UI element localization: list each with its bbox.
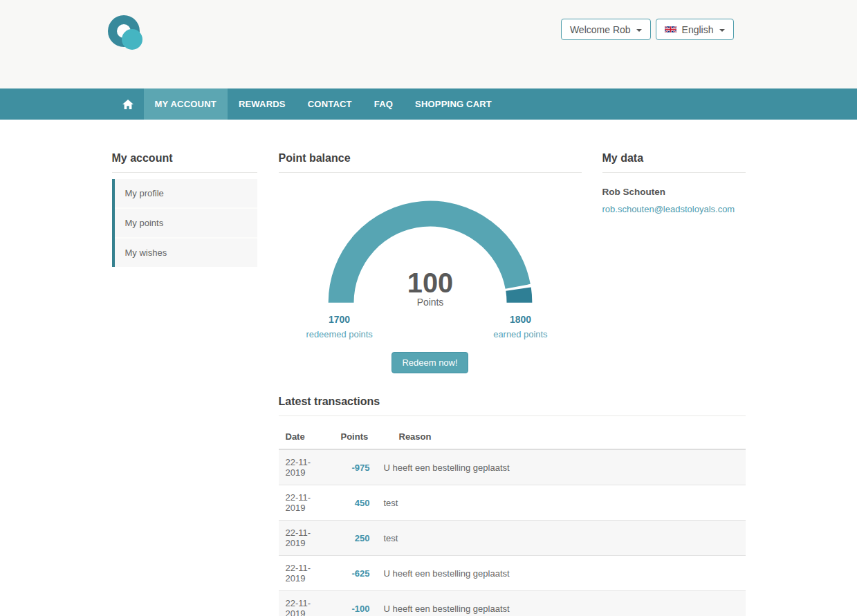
tx-points: -975 (334, 449, 377, 485)
sidebar-title: My account (112, 152, 257, 173)
tx-reason: U heeft een bestelling geplaatst (377, 591, 746, 616)
tx-date: 22-11-2019 (279, 556, 334, 591)
my-data-section: My data Rob Schouten rob.schouten@leadst… (602, 152, 746, 373)
tx-reason: test (377, 521, 746, 556)
chevron-down-icon (719, 29, 725, 32)
tx-points: 450 (334, 485, 377, 521)
tx-reason: U heeft een bestelling geplaatst (377, 449, 746, 485)
gauge-redeemed-label: redeemed points (306, 329, 372, 339)
nav-home[interactable] (112, 88, 144, 120)
tx-reason: U heeft een bestelling geplaatst (377, 556, 746, 591)
redeem-now-button[interactable]: Redeem now! (391, 352, 468, 373)
tx-date: 22-11-2019 (279, 449, 334, 485)
table-row: 22-11-2019 250 test (279, 521, 746, 556)
tx-date: 22-11-2019 (279, 591, 334, 616)
table-row: 22-11-2019 -625 U heeft een bestelling g… (279, 556, 746, 591)
column-header-date: Date (279, 424, 334, 449)
table-row: 22-11-2019 -975 U heeft een bestelling g… (279, 449, 746, 485)
nav-my-account[interactable]: MY ACCOUNT (144, 88, 228, 120)
uk-flag-icon (665, 26, 676, 33)
gauge-arc-remaining (518, 289, 519, 303)
account-sidebar: My account My profile My points My wishe… (112, 152, 257, 616)
language-label: English (682, 24, 714, 35)
sidebar-item-my-wishes[interactable]: My wishes (115, 239, 257, 267)
points-gauge: 100 Points 1700 redeemed points 1800 ear… (279, 188, 582, 340)
home-icon (122, 100, 133, 109)
gauge-redeemed-value: 1700 (329, 314, 350, 325)
my-data-title: My data (602, 152, 746, 173)
gauge-earned-value: 1800 (509, 314, 531, 325)
chevron-down-icon (636, 29, 642, 32)
point-balance-section: Point balance 100 Points 1700 redeemed p… (279, 152, 582, 373)
sidebar-item-my-points[interactable]: My points (115, 209, 257, 239)
table-row: 22-11-2019 450 test (279, 485, 746, 521)
tx-date: 22-11-2019 (279, 521, 334, 556)
tx-date: 22-11-2019 (279, 485, 334, 521)
language-dropdown[interactable]: English (656, 19, 734, 40)
point-balance-title: Point balance (279, 152, 582, 173)
nav-contact[interactable]: CONTACT (297, 88, 363, 120)
gauge-current-points: 100 (407, 268, 452, 298)
latest-transactions-section: Latest transactions Date Points Reason 2… (279, 395, 746, 616)
table-row: 22-11-2019 -100 U heeft een bestelling g… (279, 591, 746, 616)
latest-transactions-title: Latest transactions (279, 395, 746, 416)
tx-points: -100 (334, 591, 377, 616)
brand-logo-dot (122, 29, 142, 50)
nav-rewards[interactable]: REWARDS (228, 88, 297, 120)
tx-points: 250 (334, 521, 377, 556)
nav-faq[interactable]: FAQ (363, 88, 404, 120)
welcome-user-dropdown[interactable]: Welcome Rob (561, 19, 651, 40)
user-name: Rob Schouten (602, 187, 746, 197)
user-email-link[interactable]: rob.schouten@leadstoloyals.com (602, 204, 746, 214)
welcome-user-label: Welcome Rob (570, 24, 631, 35)
column-header-reason: Reason (377, 424, 746, 449)
top-header: Welcome Rob English (0, 0, 857, 88)
table-header-row: Date Points Reason (279, 424, 746, 449)
sidebar-item-my-profile[interactable]: My profile (115, 179, 257, 209)
column-header-points: Points (334, 424, 377, 449)
brand-logo[interactable] (108, 15, 140, 47)
nav-shopping-cart[interactable]: SHOPPING CART (404, 88, 503, 120)
transactions-table: Date Points Reason 22-11-2019 -975 U hee… (279, 424, 746, 616)
gauge-points-label: Points (416, 297, 443, 308)
main-nav: MY ACCOUNT REWARDS CONTACT FAQ SHOPPING … (0, 88, 857, 120)
tx-points: -625 (334, 556, 377, 591)
tx-reason: test (377, 485, 746, 521)
gauge-earned-label: earned points (493, 329, 547, 339)
